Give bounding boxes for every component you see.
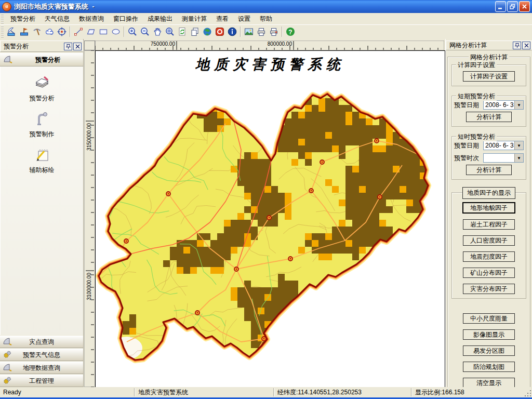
section-title: 预警分析 xyxy=(12,56,83,64)
group-label: 地理数据查询 xyxy=(0,364,83,373)
status-system-name: 地质灾害预警系统 xyxy=(135,387,273,397)
item-warning-analysis[interactable]: 预警分析 xyxy=(30,74,55,103)
btn-population-density-factor[interactable]: 人口密度因子 xyxy=(463,235,515,246)
menu-item-window-ops[interactable]: 窗口操作 xyxy=(109,14,143,24)
btn-prevention-plan-map[interactable]: 防治规划图 xyxy=(463,362,515,372)
short-time-session-combo[interactable]: ▼ xyxy=(483,153,524,163)
status-ready: Ready xyxy=(0,387,134,397)
left-panel-sectionbar[interactable]: 预警分析 xyxy=(0,53,83,66)
short-time-date-combo[interactable]: 2008- 6- 3 ▼ xyxy=(483,141,524,150)
globe-icon[interactable] xyxy=(201,25,214,38)
restore-button[interactable] xyxy=(507,1,518,12)
close-icon[interactable] xyxy=(73,43,82,50)
menu-item-help[interactable]: 帮助 xyxy=(255,14,277,24)
chevron-down-icon[interactable]: ▼ xyxy=(514,101,523,109)
right-panel-header: 网格分析计算 xyxy=(446,41,532,50)
close-icon[interactable] xyxy=(522,42,530,49)
rectangle-tool-icon[interactable] xyxy=(97,25,110,38)
pin-icon[interactable] xyxy=(513,42,521,49)
chevron-down-icon[interactable]: ▼ xyxy=(514,141,523,150)
menu-item-data-query[interactable]: 数据查询 xyxy=(74,14,109,24)
btn-geotech-factor[interactable]: 岩土工程因子 xyxy=(463,219,515,230)
pin-icon[interactable] xyxy=(64,43,72,50)
printer-icon[interactable] xyxy=(255,25,268,38)
btn-susceptibility-map[interactable]: 易发分区图 xyxy=(463,345,515,356)
menu-item-view[interactable]: 查看 xyxy=(211,14,233,24)
btn-disaster-distribution-factor[interactable]: 灾害分布因子 xyxy=(463,284,515,294)
extra-buttons: 中小尺度雨量 影像图显示 易发分区图 防治规划图 清空显示 xyxy=(449,308,528,388)
map-canvas[interactable]: 地质灾害预警系统 xyxy=(95,50,445,388)
compass-icon xyxy=(3,363,12,373)
cloud-icon[interactable] xyxy=(43,25,56,38)
item-label: 预警制作 xyxy=(30,130,55,139)
copy-layers-icon[interactable] xyxy=(189,25,201,38)
info-icon[interactable] xyxy=(226,25,238,38)
pick-icon[interactable] xyxy=(31,25,43,38)
short-time-groupbox: 短时预警分析 预警日期 2008- 6- 3 ▼ 预警时次 ▼ xyxy=(451,136,526,180)
refresh-page-icon[interactable] xyxy=(176,25,189,38)
factor-setting-groupbox: 计算因子设置 计算因子设置 xyxy=(451,64,526,86)
gears-icon xyxy=(3,376,12,386)
group-label: 工程管理 xyxy=(0,377,83,385)
btn-imagery-display[interactable]: 影像图显示 xyxy=(463,329,515,340)
groupbox-legend: 短时预警分析 xyxy=(456,132,497,141)
btn-clear-display[interactable]: 清空显示 xyxy=(463,378,515,388)
compass-icon xyxy=(3,55,12,65)
btn-mine-distribution-factor[interactable]: 矿山分布因子 xyxy=(463,268,515,278)
minimize-button[interactable] xyxy=(495,1,506,12)
stop-icon[interactable] xyxy=(214,25,226,38)
menu-item-warning-analysis[interactable]: 预警分析 xyxy=(6,14,40,24)
group-project-management[interactable]: 工程管理 xyxy=(0,375,83,387)
title-bar: d 浏阳市地质灾害预警系统 - xyxy=(0,0,532,13)
short-time-calc-button[interactable]: 分析计算 xyxy=(466,165,512,175)
menu-item-result-output[interactable]: 成果输出 xyxy=(143,14,177,24)
zoom-select-icon[interactable] xyxy=(164,25,176,38)
combo-value: 2008- 6- 3 xyxy=(484,142,514,149)
chevron-down-icon[interactable]: ▼ xyxy=(514,154,523,162)
zoom-out-icon[interactable] xyxy=(139,25,151,38)
item-warning-production[interactable]: 预警制作 xyxy=(30,110,55,139)
printer-setup-icon[interactable] xyxy=(268,25,280,38)
ellipse-tool-icon[interactable] xyxy=(110,25,122,38)
polygon-tool-icon[interactable] xyxy=(85,25,97,38)
group-warning-weather-info[interactable]: 预警天气信息 xyxy=(0,349,83,361)
zoom-in-icon[interactable] xyxy=(126,25,139,38)
toolbar-grip[interactable] xyxy=(1,26,4,37)
target-icon[interactable] xyxy=(56,25,68,38)
combo-value: 2008- 6- 3 xyxy=(484,101,514,109)
svg-text:3100000.00: 3100000.00 xyxy=(86,273,92,300)
btn-meso-rainfall[interactable]: 中小尺度雨量 xyxy=(463,313,515,324)
app-icon: d xyxy=(2,2,11,11)
close-button[interactable] xyxy=(519,1,530,12)
left-panel-header: 预警分析 xyxy=(0,41,83,52)
group-geo-data-query[interactable]: 地理数据查询 xyxy=(0,362,83,374)
toolbar-separator xyxy=(282,26,283,37)
resize-grip[interactable] xyxy=(525,390,531,397)
pan-hand-icon[interactable] xyxy=(151,25,164,38)
right-panel-title: 网格分析计算 xyxy=(449,41,512,50)
app-window: d 浏阳市地质灾害预警系统 - 预警分析 天气信息 数据查询 窗口操作 成果输出… xyxy=(0,0,532,399)
btn-seismic-intensity-factor[interactable]: 地震烈度因子 xyxy=(463,251,515,262)
short-term-calc-button[interactable]: 分析计算 xyxy=(466,112,512,122)
btn-terrain-factor[interactable]: 地形地貌因子 xyxy=(462,202,515,214)
vertical-ruler: 3150000.003100000.00 xyxy=(84,50,95,387)
map-area: 750000.00800000.00 3150000.003100000.00 … xyxy=(84,39,445,387)
radar-icon[interactable] xyxy=(6,25,18,38)
group-disaster-point-query[interactable]: 灾点查询 xyxy=(0,336,83,348)
line-tool-icon[interactable] xyxy=(72,25,85,38)
menu-item-measure-calc[interactable]: 测量计算 xyxy=(177,14,211,24)
menu-item-settings[interactable]: 设置 xyxy=(233,14,255,24)
menu-grip[interactable] xyxy=(1,14,4,23)
factor-setting-button[interactable]: 计算因子设置 xyxy=(463,71,515,82)
auxiliary-plotting-icon xyxy=(33,145,51,164)
status-coordinates: 经纬度:114.140551,28.250253 xyxy=(274,387,411,397)
help-icon[interactable]: ? xyxy=(284,25,297,38)
flag-icon[interactable] xyxy=(18,25,31,38)
warning-analysis-icon xyxy=(33,74,51,92)
menu-item-weather-info[interactable]: 天气信息 xyxy=(40,14,74,24)
item-auxiliary-plotting[interactable]: 辅助标绘 xyxy=(30,145,55,175)
left-panel-title: 预警分析 xyxy=(4,42,63,51)
short-term-date-combo[interactable]: 2008- 6- 3 ▼ xyxy=(483,100,524,110)
groupbox-legend: 计算因子设置 xyxy=(456,61,497,70)
map-image-icon[interactable] xyxy=(243,25,255,38)
